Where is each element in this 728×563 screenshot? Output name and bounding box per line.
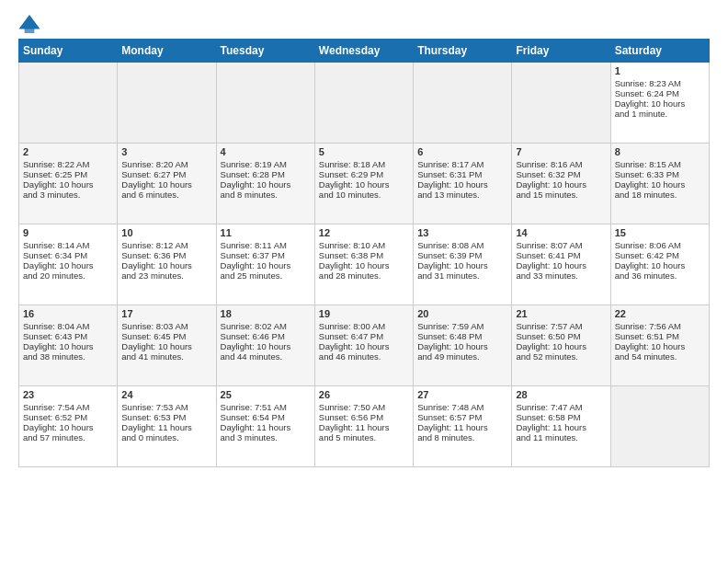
day-info: Sunrise: 8:12 AM	[121, 240, 211, 250]
day-info: Daylight: 10 hours	[615, 98, 705, 109]
day-info: Sunrise: 7:48 AM	[417, 402, 507, 412]
header	[18, 15, 710, 33]
week-row-4: 16Sunrise: 8:04 AMSunset: 6:43 PMDayligh…	[19, 305, 710, 386]
day-cell: 9Sunrise: 8:14 AMSunset: 6:34 PMDaylight…	[19, 224, 118, 305]
day-info: Sunrise: 8:04 AM	[23, 321, 113, 331]
day-info: Sunset: 6:57 PM	[417, 412, 507, 422]
day-info: Sunrise: 8:19 AM	[221, 159, 311, 169]
day-info: Daylight: 10 hours	[615, 341, 705, 351]
day-info: and 5 minutes.	[319, 432, 409, 442]
day-info: Sunrise: 8:02 AM	[221, 321, 311, 331]
day-info: Daylight: 11 hours	[221, 422, 311, 432]
day-number: 24	[121, 389, 211, 400]
day-info: Sunset: 6:43 PM	[23, 331, 113, 341]
day-cell: 25Sunrise: 7:51 AMSunset: 6:54 PMDayligh…	[216, 386, 314, 467]
day-info: Sunrise: 8:08 AM	[417, 240, 507, 250]
day-info: and 28 minutes.	[319, 270, 409, 281]
day-info: Daylight: 10 hours	[615, 179, 705, 190]
day-cell: 16Sunrise: 8:04 AMSunset: 6:43 PMDayligh…	[19, 305, 118, 386]
day-info: and 46 minutes.	[319, 351, 409, 362]
day-cell: 2Sunrise: 8:22 AMSunset: 6:25 PMDaylight…	[19, 144, 118, 224]
day-cell	[414, 63, 512, 144]
week-row-1: 1Sunrise: 8:23 AMSunset: 6:24 PMDaylight…	[19, 63, 710, 144]
day-info: Daylight: 10 hours	[221, 179, 311, 190]
day-info: Daylight: 10 hours	[516, 341, 606, 351]
day-info: Sunrise: 8:17 AM	[417, 159, 507, 169]
day-info: Sunrise: 7:57 AM	[516, 321, 606, 331]
day-number: 2	[23, 146, 113, 157]
day-info: Sunrise: 8:15 AM	[615, 159, 705, 169]
day-info: Sunrise: 8:07 AM	[516, 240, 606, 250]
day-number: 19	[319, 308, 409, 319]
day-cell	[216, 63, 314, 144]
day-number: 5	[319, 146, 409, 157]
day-info: and 20 minutes.	[23, 270, 113, 281]
day-info: Daylight: 10 hours	[417, 260, 507, 270]
day-info: Sunset: 6:42 PM	[615, 250, 705, 260]
day-info: and 10 minutes.	[319, 190, 409, 200]
day-info: and 13 minutes.	[417, 190, 507, 200]
day-cell: 11Sunrise: 8:11 AMSunset: 6:37 PMDayligh…	[216, 224, 314, 305]
day-info: Sunset: 6:52 PM	[23, 412, 113, 422]
day-info: Sunset: 6:56 PM	[319, 412, 409, 422]
day-info: and 1 minute.	[615, 109, 705, 119]
day-info: Sunset: 6:37 PM	[221, 250, 311, 260]
day-number: 8	[615, 146, 705, 157]
day-info: Daylight: 10 hours	[23, 260, 113, 270]
day-info: Daylight: 10 hours	[221, 341, 311, 351]
day-cell: 22Sunrise: 7:56 AMSunset: 6:51 PMDayligh…	[610, 305, 709, 386]
day-number: 23	[23, 389, 113, 400]
day-info: Sunset: 6:32 PM	[516, 169, 606, 179]
day-number: 9	[23, 227, 113, 238]
day-number: 14	[516, 227, 606, 238]
day-number: 27	[417, 389, 507, 400]
day-cell	[118, 63, 216, 144]
day-info: Sunset: 6:48 PM	[417, 331, 507, 341]
day-info: Daylight: 10 hours	[23, 341, 113, 351]
day-info: Sunrise: 8:06 AM	[615, 240, 705, 250]
day-cell: 1Sunrise: 8:23 AMSunset: 6:24 PMDaylight…	[610, 63, 709, 144]
day-info: Sunset: 6:46 PM	[221, 331, 311, 341]
day-number: 28	[516, 389, 606, 400]
day-info: and 44 minutes.	[221, 351, 311, 362]
day-number: 10	[121, 227, 211, 238]
day-number: 21	[516, 308, 606, 319]
day-number: 20	[417, 308, 507, 319]
day-info: Daylight: 10 hours	[121, 341, 211, 351]
day-cell: 10Sunrise: 8:12 AMSunset: 6:36 PMDayligh…	[118, 224, 216, 305]
col-header-sunday: Sunday	[19, 40, 118, 63]
day-info: Daylight: 11 hours	[417, 422, 507, 432]
day-cell	[512, 63, 610, 144]
day-info: Daylight: 10 hours	[417, 341, 507, 351]
day-info: and 8 minutes.	[221, 190, 311, 200]
day-cell: 15Sunrise: 8:06 AMSunset: 6:42 PMDayligh…	[610, 224, 709, 305]
day-info: Daylight: 10 hours	[615, 260, 705, 270]
col-header-tuesday: Tuesday	[216, 40, 314, 63]
day-info: Sunset: 6:29 PM	[319, 169, 409, 179]
day-info: Sunset: 6:28 PM	[221, 169, 311, 179]
day-info: and 38 minutes.	[23, 351, 113, 362]
day-cell: 4Sunrise: 8:19 AMSunset: 6:28 PMDaylight…	[216, 144, 314, 224]
day-info: Sunset: 6:54 PM	[221, 412, 311, 422]
day-cell: 5Sunrise: 8:18 AMSunset: 6:29 PMDaylight…	[314, 144, 413, 224]
day-info: and 54 minutes.	[615, 351, 705, 362]
day-info: Sunrise: 7:56 AM	[615, 321, 705, 331]
day-info: and 15 minutes.	[516, 190, 606, 200]
day-info: Sunset: 6:24 PM	[615, 88, 705, 98]
day-number: 13	[417, 227, 507, 238]
day-number: 18	[221, 308, 311, 319]
day-info: Sunrise: 7:59 AM	[417, 321, 507, 331]
day-cell: 18Sunrise: 8:02 AMSunset: 6:46 PMDayligh…	[216, 305, 314, 386]
day-cell: 26Sunrise: 7:50 AMSunset: 6:56 PMDayligh…	[314, 386, 413, 467]
day-info: Sunrise: 8:18 AM	[319, 159, 409, 169]
day-info: Sunset: 6:25 PM	[23, 169, 113, 179]
day-cell: 24Sunrise: 7:53 AMSunset: 6:53 PMDayligh…	[118, 386, 216, 467]
day-info: Sunset: 6:33 PM	[615, 169, 705, 179]
day-info: Daylight: 10 hours	[319, 260, 409, 270]
day-info: and 41 minutes.	[121, 351, 211, 362]
day-info: Sunset: 6:41 PM	[516, 250, 606, 260]
day-info: Sunrise: 7:53 AM	[121, 402, 211, 412]
day-cell: 3Sunrise: 8:20 AMSunset: 6:27 PMDaylight…	[118, 144, 216, 224]
day-info: Daylight: 10 hours	[121, 260, 211, 270]
header-row: SundayMondayTuesdayWednesdayThursdayFrid…	[19, 40, 710, 63]
